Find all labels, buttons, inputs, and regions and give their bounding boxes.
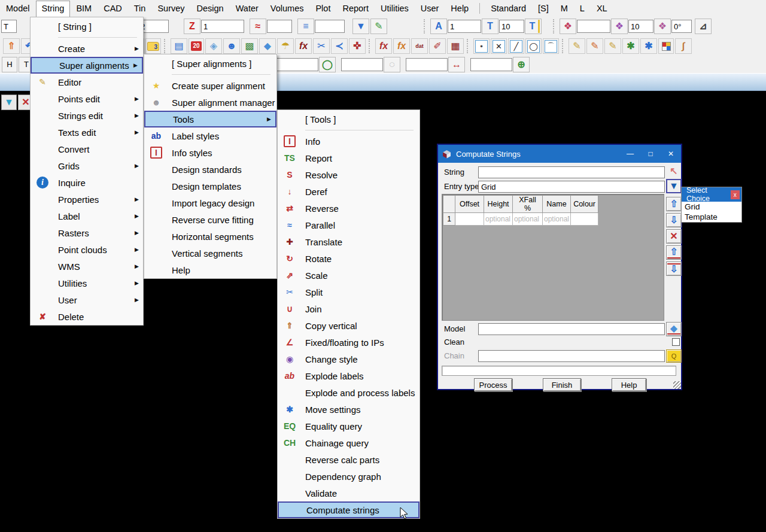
menu-item-delete[interactable]: ✘Delete	[31, 308, 143, 325]
string-input[interactable]	[478, 166, 665, 178]
fx-edit-button[interactable]: fx	[393, 38, 410, 54]
circle-green-button[interactable]: ◯	[319, 57, 336, 72]
arc-tool-button[interactable]: ⌒	[543, 38, 559, 54]
finish-button[interactable]: Finish	[543, 378, 581, 391]
join-string-button[interactable]: ∫	[675, 38, 692, 54]
wrench-button[interactable]: ✜	[349, 38, 366, 54]
menu-item-dependency-graph[interactable]: Dependency graph	[278, 468, 420, 485]
menu-item-copy-vertical[interactable]: ⇑Copy vertical	[278, 317, 420, 334]
menu-item-change-style[interactable]: ◉Change style	[278, 351, 420, 367]
menu-item-super-alignments[interactable]: Super alignments▶	[31, 57, 143, 74]
plotter-button[interactable]: ▤	[171, 38, 187, 54]
menu-item-equality-query[interactable]: EQEquality query	[278, 418, 420, 434]
pencil-green-button[interactable]: ✎	[370, 19, 387, 34]
model-choose-button[interactable]: ◆	[666, 322, 682, 336]
menubar-item-utilities[interactable]: Utilities	[375, 1, 415, 16]
z-value-field[interactable]	[201, 20, 244, 33]
menubar-item-survey[interactable]: Survey	[151, 1, 190, 16]
entries-table[interactable]: OffsetHeightXFall %NameColour1optionalop…	[443, 195, 598, 226]
point-tool-button[interactable]: •	[473, 38, 490, 54]
menu-item-import-legacy-design[interactable]: Import legacy design	[144, 194, 276, 211]
menu-item-translate[interactable]: ✚Translate	[278, 233, 420, 250]
menu-item-properties[interactable]: Properties▶	[31, 191, 143, 208]
circle-dashed-button[interactable]: ◌	[384, 57, 400, 72]
menu-item-wms[interactable]: WMS▶	[31, 258, 143, 275]
menubar-item-water[interactable]: Water	[230, 1, 265, 16]
clean-checkbox[interactable]	[672, 338, 680, 346]
table-cell[interactable]: optional	[513, 213, 543, 226]
image-button[interactable]: ▩	[241, 38, 258, 54]
raise-button[interactable]: ⇧	[666, 245, 682, 260]
fx-button[interactable]: fx	[295, 38, 312, 54]
menu-item-join[interactable]: ∪Join	[278, 300, 420, 317]
menu-item-tools[interactable]: Tools▶	[144, 111, 276, 127]
menubar-item-model[interactable]: Model	[0, 1, 36, 16]
menu-item-create[interactable]: Create▶	[31, 40, 143, 57]
folder-3-button[interactable]: 3	[145, 38, 161, 54]
measure-button[interactable]: ✐	[429, 38, 446, 54]
menu-item-point-clouds[interactable]: Point clouds▶	[31, 241, 143, 258]
snap-field-4[interactable]	[470, 58, 512, 71]
tag-button[interactable]: ◈	[205, 38, 222, 54]
dialog-titlebar[interactable]: Computate Strings —□✕	[438, 145, 681, 163]
menu-item-parallel[interactable]: ≈Parallel	[278, 217, 420, 233]
menu-item-validate[interactable]: Validate	[278, 485, 420, 501]
text-t-button[interactable]: T	[482, 19, 498, 34]
resize-grip[interactable]	[673, 381, 681, 389]
circle-line-button[interactable]: ⊕	[513, 57, 530, 72]
lines-button[interactable]: ≡	[297, 19, 314, 34]
menubar-item-bim[interactable]: BIM	[70, 1, 98, 16]
select-choice-titlebar[interactable]: Select Choice x	[682, 187, 741, 202]
table-cell[interactable]	[571, 213, 598, 226]
maximize-button[interactable]: □	[640, 145, 661, 163]
menubar-item-string[interactable]: String	[36, 1, 71, 17]
intersect-tool-button[interactable]: ✕	[491, 38, 507, 54]
menu-item-scale[interactable]: ⇗Scale	[278, 267, 420, 284]
pinwheel2-button[interactable]: ❖	[611, 19, 628, 34]
menu-item-move-settings[interactable]: ✱Move settings	[278, 401, 420, 418]
up-arrow-button[interactable]: ⇧	[666, 197, 682, 211]
calendar-20-button[interactable]: 20	[189, 38, 204, 54]
layers-button[interactable]: ◆	[259, 38, 276, 54]
pinwheel3-button[interactable]: ❖	[654, 19, 671, 34]
textstyle-a-button[interactable]: A	[430, 19, 447, 34]
menu-item-label-styles[interactable]: abLabel styles	[144, 127, 276, 144]
lines-field[interactable]	[315, 20, 345, 33]
export-button[interactable]: ⇑	[3, 38, 20, 54]
angle-field[interactable]	[671, 20, 692, 33]
close-icon[interactable]: x	[731, 190, 740, 199]
pick-arrow-button[interactable]: ↖	[666, 164, 682, 178]
menu-item-rotate[interactable]: ↻Rotate	[278, 250, 420, 267]
menubar-item-help[interactable]: Help	[445, 1, 475, 16]
menu-item-help[interactable]: Help	[144, 262, 276, 278]
menubar-item-standard[interactable]: Standard	[485, 1, 532, 16]
table-cell[interactable]	[455, 213, 484, 226]
menu-item-info[interactable]: IInfo	[278, 133, 420, 150]
entry-type-input[interactable]	[478, 181, 665, 193]
pencil-edit-button[interactable]: ✎	[569, 38, 585, 54]
circle-tool-button[interactable]: ◯	[525, 38, 542, 54]
trim-button[interactable]: ✂	[313, 38, 330, 54]
table-cell[interactable]: optional	[484, 213, 513, 226]
plot-window-button[interactable]: ▦	[447, 38, 464, 54]
menu-item-editor[interactable]: ✎Editor	[31, 74, 143, 90]
menu-item-split[interactable]: ✂Split	[278, 284, 420, 300]
process-button[interactable]: Process	[474, 378, 512, 391]
menu-item-user[interactable]: User▶	[31, 291, 143, 308]
menu-item-reverse-calc-parts[interactable]: Reverse calc parts	[278, 451, 420, 468]
angle-button[interactable]: ⊿	[695, 19, 712, 34]
lower-button[interactable]: ⇩	[666, 262, 682, 276]
fx-gauge-button[interactable]: fx	[375, 38, 392, 54]
wave-button[interactable]: ≈	[250, 19, 266, 34]
menu-item-label[interactable]: Label▶	[31, 208, 143, 224]
menu-item-reverse-curve-fitting[interactable]: Reverse curve fitting	[144, 211, 276, 228]
symbol-size-field[interactable]	[628, 20, 653, 33]
pencil-point-button[interactable]: ✎	[604, 38, 621, 54]
menu-item-design-standards[interactable]: Design standards	[144, 161, 276, 178]
gear-point-button[interactable]: ✱	[640, 38, 657, 54]
menu-item-computate-strings[interactable]: Computate strings	[278, 501, 420, 518]
menubar-item-cad[interactable]: CAD	[98, 1, 128, 16]
width-arrow-button[interactable]: ↔	[448, 57, 465, 72]
menubar-item-user[interactable]: User	[415, 1, 445, 16]
menu-item-utilities[interactable]: Utilities▶	[31, 275, 143, 291]
